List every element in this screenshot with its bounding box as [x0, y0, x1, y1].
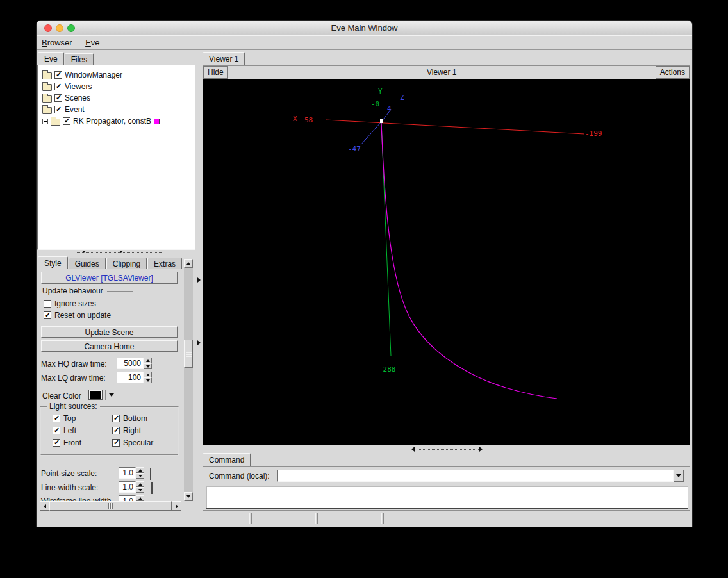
spin-down-icon[interactable]	[144, 363, 152, 369]
light-bottom-label: Bottom	[123, 414, 147, 423]
tree-item-rk-propagator[interactable]: RK Propagator, constB	[38, 115, 195, 127]
max-hq-value[interactable]: 5000	[117, 358, 144, 369]
line-width-value[interactable]: 1.0	[119, 481, 136, 493]
command-dropdown-button[interactable]	[674, 470, 684, 482]
expand-plus-icon[interactable]	[42, 119, 48, 124]
tree-item-windowmanager[interactable]: WindowManager	[38, 69, 195, 81]
scroll-right-button[interactable]	[172, 501, 181, 511]
wireframe-spinner[interactable]: 1.0	[119, 495, 144, 501]
ignore-sizes-row[interactable]: Ignore sizes	[44, 299, 96, 308]
light-bottom-row[interactable]: Bottom	[112, 414, 178, 423]
tree-panel-splitter[interactable]	[37, 250, 195, 255]
light-front-label: Front	[63, 438, 81, 447]
menu-eve[interactable]: Eve	[80, 35, 104, 47]
clear-color-swatch[interactable]	[88, 390, 103, 400]
tree-item-label: Viewers	[65, 82, 92, 91]
wireframe-value[interactable]: 1.0	[119, 495, 136, 501]
light-specular-checkbox[interactable]	[112, 439, 120, 447]
spin-down-icon[interactable]	[136, 473, 144, 479]
splitter-collapse-icon[interactable]	[82, 251, 86, 253]
light-right-checkbox[interactable]	[112, 427, 120, 434]
spin-up-icon[interactable]	[136, 495, 144, 501]
tab-viewer-1[interactable]: Viewer 1	[203, 52, 245, 65]
ignore-sizes-checkbox[interactable]	[44, 300, 51, 308]
scroll-down-button[interactable]	[184, 492, 193, 501]
spin-down-icon[interactable]	[144, 377, 152, 383]
eve-main-window: Eve Main Window Browser Eve Eve Files Wi…	[37, 21, 692, 527]
reset-on-update-checkbox[interactable]	[44, 311, 51, 319]
line-width-checkbox[interactable]	[151, 482, 153, 494]
tree-checkbox[interactable]	[63, 117, 70, 125]
light-bottom-checkbox[interactable]	[112, 415, 120, 422]
update-scene-button[interactable]: Update Scene	[41, 326, 178, 338]
tree-checkbox[interactable]	[54, 94, 62, 102]
menu-browser[interactable]: Browser	[37, 35, 78, 47]
tree-checkbox[interactable]	[54, 83, 62, 90]
light-top-checkbox[interactable]	[53, 415, 60, 422]
actions-button[interactable]: Actions	[656, 66, 690, 79]
spin-up-icon[interactable]	[136, 481, 144, 487]
clear-color-dropdown-icon[interactable]	[109, 393, 114, 397]
spin-up-icon[interactable]	[144, 372, 152, 377]
scroll-up-button[interactable]	[184, 259, 193, 268]
divider-collapse-icon[interactable]	[197, 277, 201, 283]
x-axis-name: X	[293, 115, 297, 123]
point-size-value[interactable]: 1.0	[119, 467, 136, 479]
hide-button[interactable]: Hide	[203, 66, 228, 79]
max-lq-value[interactable]: 100	[117, 372, 144, 383]
tree-checkbox[interactable]	[54, 71, 62, 79]
light-specular-row[interactable]: Specular	[112, 438, 178, 447]
splitter-arrow-left-icon[interactable]	[411, 447, 415, 452]
splitter-collapse-icon[interactable]	[119, 251, 123, 253]
command-output[interactable]	[206, 486, 688, 509]
tree-item-event[interactable]: Event	[38, 104, 195, 115]
light-front-row[interactable]: Front	[53, 438, 112, 447]
scrollbar-thumb[interactable]	[184, 340, 193, 368]
command-input[interactable]	[277, 470, 674, 482]
point-size-spinner[interactable]: 1.0	[119, 467, 144, 479]
tree-item-viewers[interactable]: Viewers	[38, 81, 195, 92]
line-width-spinner[interactable]: 1.0	[119, 481, 144, 493]
titlebar[interactable]: Eve Main Window	[37, 21, 692, 35]
max-hq-spinner[interactable]: 5000	[117, 358, 152, 369]
viewer-command-splitter[interactable]	[203, 445, 690, 453]
command-combobox[interactable]	[277, 470, 684, 482]
divider-collapse-icon[interactable]	[197, 340, 201, 345]
viewer-tabs: Viewer 1	[203, 52, 245, 65]
tab-style[interactable]: Style	[38, 256, 68, 269]
light-front-checkbox[interactable]	[53, 439, 60, 447]
light-right-row[interactable]: Right	[112, 426, 178, 435]
tab-command[interactable]: Command	[203, 453, 251, 466]
tab-extras[interactable]: Extras	[147, 258, 182, 269]
max-lq-spinner[interactable]: 100	[117, 372, 152, 383]
tab-guides[interactable]: Guides	[69, 258, 106, 269]
line-width-label: Line-width scale:	[41, 483, 98, 492]
reset-on-update-row[interactable]: Reset on update	[44, 311, 111, 320]
light-left-checkbox[interactable]	[53, 427, 60, 434]
scrollbar-track[interactable]	[184, 259, 193, 501]
tree-item-scenes[interactable]: Scenes	[38, 92, 195, 104]
point-size-checkbox[interactable]	[150, 468, 151, 480]
tree-checkbox[interactable]	[54, 106, 62, 113]
scrollbar-thumb[interactable]	[49, 501, 172, 511]
spin-down-icon[interactable]	[136, 487, 144, 493]
viewer-header: Hide Viewer 1 Actions	[203, 65, 690, 79]
light-left-row[interactable]: Left	[53, 426, 112, 435]
spin-up-icon[interactable]	[144, 358, 152, 363]
light-right-label: Right	[123, 426, 141, 435]
scroll-left-icon	[44, 504, 46, 508]
command-tabs: Command	[203, 453, 251, 466]
tab-eve[interactable]: Eve	[38, 52, 64, 65]
max-hq-label: Max HQ draw time:	[41, 359, 107, 368]
y-axis-near-label: -0	[371, 100, 379, 108]
scroll-left-button[interactable]	[40, 501, 49, 511]
gl-viewport[interactable]: Y -0 Z 4 X 58 -199 -47 -288	[203, 79, 690, 445]
tab-clipping[interactable]: Clipping	[106, 258, 147, 269]
origin-marker	[380, 119, 383, 123]
light-top-row[interactable]: Top	[53, 414, 112, 423]
camera-home-button[interactable]: Camera Home	[41, 340, 178, 352]
spin-up-icon[interactable]	[136, 467, 144, 473]
splitter-arrow-right-icon[interactable]	[479, 447, 483, 452]
tab-files[interactable]: Files	[65, 53, 94, 65]
panel-divider[interactable]	[195, 52, 203, 511]
